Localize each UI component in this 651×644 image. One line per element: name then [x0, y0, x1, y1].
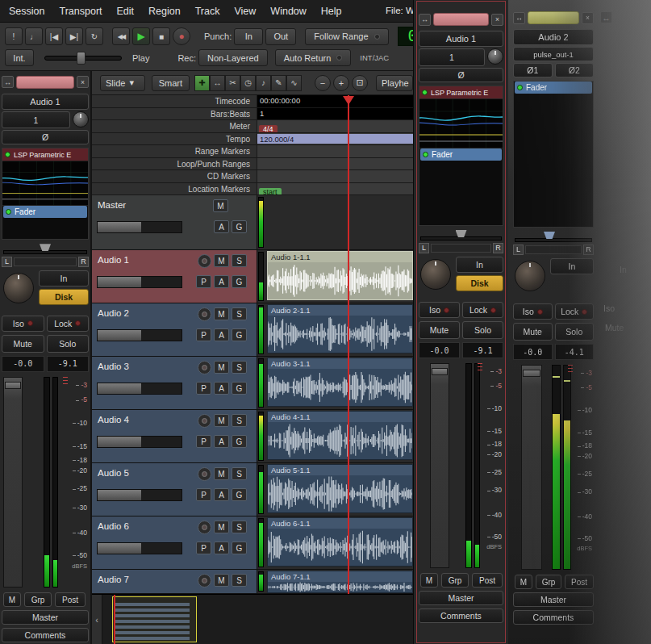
zoom-focus-dropdown[interactable]: Playhe — [376, 75, 413, 91]
solo-button[interactable]: S — [232, 414, 247, 427]
solo-button[interactable]: S — [232, 467, 247, 480]
track-gain-slider[interactable] — [97, 276, 182, 288]
fader-active-led[interactable] — [517, 85, 523, 90]
meter-point-button[interactable]: Post — [55, 592, 86, 607]
input-source-button[interactable]: 1 — [2, 111, 70, 129]
gain-fader[interactable] — [430, 363, 449, 568]
pan-bar[interactable] — [14, 257, 77, 266]
audio-region[interactable]: Audio 7-1.1 — [267, 571, 413, 593]
menu-help[interactable]: Help — [314, 2, 349, 21]
automation-button[interactable]: A — [214, 488, 229, 501]
group-button[interactable]: G — [232, 488, 247, 501]
close-icon[interactable]: × — [582, 12, 594, 24]
processor-box[interactable]: LSP Parametric E Fader — [2, 148, 89, 240]
track-header-audio4[interactable]: Audio 4 M S P A G — [92, 410, 257, 462]
sync-source-button[interactable]: Int. — [5, 49, 34, 66]
group-button[interactable]: G — [232, 435, 247, 448]
menu-region[interactable]: Region — [141, 2, 188, 21]
menu-window[interactable]: Window — [263, 2, 313, 21]
track-gain-slider[interactable] — [97, 329, 182, 341]
zoom-in-button[interactable]: + — [333, 75, 349, 91]
solo-lock-button[interactable]: Lock — [47, 316, 90, 332]
monitor-disk-button[interactable]: Disk — [456, 275, 503, 291]
follow-range-button[interactable]: Follow Range — [305, 28, 388, 45]
non-layered-button[interactable]: Non-Layered — [198, 49, 268, 66]
mute-button[interactable]: Mute — [2, 335, 44, 353]
gain-fader[interactable] — [521, 365, 542, 570]
shrink-icon[interactable]: ↔ — [513, 12, 525, 24]
automation-button[interactable]: A — [214, 435, 229, 448]
pan-bar[interactable] — [525, 245, 582, 254]
punch-out-button[interactable]: Out — [265, 28, 296, 45]
pan-control[interactable] — [2, 243, 89, 256]
track-header-audio5[interactable]: Audio 5 M S P A G — [92, 463, 257, 516]
master-automation-button[interactable]: A — [214, 220, 229, 233]
summary-viewport[interactable] — [112, 596, 197, 642]
playlist-button[interactable]: P — [196, 542, 211, 554]
playlist-button[interactable]: P — [196, 382, 211, 395]
output-button[interactable]: Master — [513, 592, 594, 607]
solo-button[interactable]: Solo — [555, 323, 595, 341]
play-button[interactable]: ▶ — [132, 27, 150, 45]
group-button[interactable]: Grp — [24, 592, 52, 607]
go-to-end-button[interactable]: ▶| — [65, 27, 83, 45]
smart-mode-button[interactable]: Smart — [152, 75, 190, 91]
mute-button[interactable]: M — [214, 254, 229, 267]
master-track-header[interactable]: Master M A G — [92, 195, 257, 249]
record-arm-button[interactable] — [198, 467, 211, 481]
fader-handle[interactable] — [523, 370, 540, 377]
strip-color-tab[interactable] — [433, 13, 489, 26]
shuttle-handle[interactable] — [77, 52, 86, 65]
range-tool-button[interactable]: ↔ — [210, 75, 225, 91]
track-content[interactable]: Audio 7-1.1 — [257, 570, 413, 593]
plugin-entry[interactable]: LSP Parametric E — [419, 86, 503, 98]
comments-button[interactable]: Comments — [513, 610, 594, 625]
trim-knob[interactable] — [487, 48, 503, 65]
automation-button[interactable]: A — [214, 542, 229, 554]
comments-button[interactable]: Comments — [2, 628, 89, 642]
metering-button[interactable]: M — [420, 573, 438, 588]
menu-session[interactable]: Session — [2, 2, 52, 21]
peak-display[interactable]: -4.1 — [555, 344, 595, 360]
mute-button[interactable]: Mute — [513, 323, 553, 341]
ruler-timecode[interactable]: Timecode 00:00:00:00 — [92, 95, 413, 108]
track-gain-slider[interactable] — [97, 542, 182, 554]
group-button[interactable]: Grp — [441, 573, 469, 588]
monitor-disk-button[interactable]: Disk — [39, 289, 89, 305]
fader-entry[interactable]: Fader — [515, 82, 592, 94]
ruler-location-markers[interactable]: Location Markers start — [92, 183, 413, 196]
solo-iso-button[interactable]: Iso — [419, 302, 460, 318]
mute-button[interactable]: M — [214, 521, 229, 533]
edit-mode-dropdown[interactable]: Slide▾ — [100, 75, 145, 91]
stretch-tool-button[interactable]: ◷ — [240, 75, 256, 91]
phase-invert-1-button[interactable]: Ø1 — [513, 63, 553, 77]
solo-button[interactable]: S — [232, 307, 247, 320]
audio-region[interactable]: Audio 2-1.1 — [267, 304, 413, 353]
track-header-audio1[interactable]: Audio 1 M S P A G — [92, 250, 257, 303]
ruler-bars-beats[interactable]: Bars:Beats 1 — [92, 108, 413, 121]
track-header-audio6[interactable]: Audio 6 M S P A G — [92, 516, 257, 569]
track-gain-slider[interactable] — [97, 436, 182, 448]
comments-button[interactable]: Comments — [419, 608, 503, 623]
zoom-out-button[interactable]: − — [315, 75, 331, 91]
monitor-input-button[interactable]: In — [456, 257, 503, 273]
meter-marker[interactable]: 4/4 — [259, 125, 278, 132]
menu-view[interactable]: View — [227, 2, 263, 21]
plugin-active-led[interactable] — [422, 90, 428, 95]
solo-button[interactable]: Solo — [47, 335, 90, 353]
loop-button[interactable]: ↻ — [86, 27, 103, 45]
track-content[interactable]: Audio 1-1.1 — [257, 250, 413, 303]
metronome-button[interactable]: ♩ — [25, 27, 43, 45]
strip-color-tab[interactable] — [528, 11, 579, 24]
solo-lock-button[interactable]: Lock — [555, 303, 595, 320]
playlist-button[interactable]: P — [196, 435, 211, 448]
meter-point-button[interactable]: Post — [565, 575, 594, 589]
playlist-button[interactable]: P — [196, 488, 211, 501]
solo-iso-button[interactable]: Iso — [2, 316, 44, 332]
ruler-cd-markers[interactable]: CD Markers — [92, 170, 413, 183]
meter-point-button[interactable]: Post — [472, 573, 503, 588]
fader-handle[interactable] — [432, 368, 448, 375]
shrink-icon[interactable]: ↔ — [2, 76, 14, 88]
trim-knob[interactable] — [73, 111, 89, 128]
menu-transport[interactable]: Transport — [52, 2, 109, 21]
